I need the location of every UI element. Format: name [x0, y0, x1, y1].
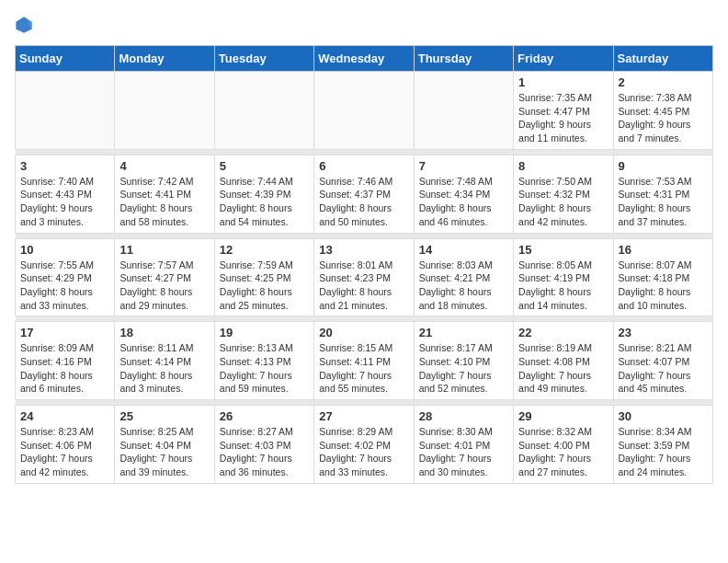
- day-info: Sunrise: 7:44 AM Sunset: 4:39 PM Dayligh…: [220, 175, 309, 229]
- day-cell: 24Sunrise: 8:23 AM Sunset: 4:06 PM Dayli…: [16, 406, 115, 484]
- day-info: Sunrise: 8:29 AM Sunset: 4:02 PM Dayligh…: [319, 425, 408, 479]
- logo: [15, 15, 37, 34]
- day-cell: 12Sunrise: 7:59 AM Sunset: 4:25 PM Dayli…: [214, 238, 313, 316]
- day-number: 2: [619, 75, 708, 89]
- day-info: Sunrise: 8:32 AM Sunset: 4:00 PM Dayligh…: [518, 425, 608, 479]
- day-number: 3: [20, 159, 109, 173]
- day-cell: 2Sunrise: 7:38 AM Sunset: 4:45 PM Daylig…: [613, 72, 712, 150]
- day-info: Sunrise: 7:50 AM Sunset: 4:32 PM Dayligh…: [518, 175, 608, 229]
- day-cell: 23Sunrise: 8:21 AM Sunset: 4:07 PM Dayli…: [613, 322, 712, 400]
- day-info: Sunrise: 8:25 AM Sunset: 4:04 PM Dayligh…: [119, 425, 209, 479]
- day-number: 19: [220, 326, 309, 339]
- day-number: 18: [119, 326, 209, 339]
- day-cell: 19Sunrise: 8:13 AM Sunset: 4:13 PM Dayli…: [214, 322, 313, 400]
- week-row-1: 1Sunrise: 7:35 AM Sunset: 4:47 PM Daylig…: [16, 72, 713, 150]
- header-day-friday: Friday: [514, 46, 613, 72]
- day-cell: [115, 72, 214, 150]
- day-number: 12: [220, 243, 309, 257]
- day-number: 13: [319, 243, 408, 257]
- day-info: Sunrise: 7:53 AM Sunset: 4:31 PM Dayligh…: [619, 175, 708, 229]
- day-info: Sunrise: 8:03 AM Sunset: 4:21 PM Dayligh…: [419, 259, 508, 313]
- day-number: 6: [319, 159, 408, 173]
- header-day-tuesday: Tuesday: [214, 46, 313, 72]
- day-cell: 1Sunrise: 7:35 AM Sunset: 4:47 PM Daylig…: [514, 72, 613, 150]
- day-info: Sunrise: 7:59 AM Sunset: 4:25 PM Dayligh…: [220, 259, 309, 313]
- day-cell: 22Sunrise: 8:19 AM Sunset: 4:08 PM Dayli…: [514, 322, 613, 400]
- day-number: 30: [619, 409, 708, 423]
- header-day-wednesday: Wednesday: [314, 46, 414, 72]
- day-info: Sunrise: 7:42 AM Sunset: 4:41 PM Dayligh…: [119, 175, 209, 229]
- day-cell: 13Sunrise: 8:01 AM Sunset: 4:23 PM Dayli…: [314, 238, 414, 316]
- logo-icon: [15, 16, 33, 34]
- day-info: Sunrise: 8:30 AM Sunset: 4:01 PM Dayligh…: [419, 425, 508, 479]
- calendar-header-row: SundayMondayTuesdayWednesdayThursdayFrid…: [16, 46, 713, 72]
- day-info: Sunrise: 7:40 AM Sunset: 4:43 PM Dayligh…: [20, 175, 109, 229]
- day-info: Sunrise: 7:48 AM Sunset: 4:34 PM Dayligh…: [419, 175, 508, 229]
- day-cell: 8Sunrise: 7:50 AM Sunset: 4:32 PM Daylig…: [514, 155, 613, 233]
- day-cell: 18Sunrise: 8:11 AM Sunset: 4:14 PM Dayli…: [115, 322, 214, 400]
- week-row-2: 3Sunrise: 7:40 AM Sunset: 4:43 PM Daylig…: [16, 155, 713, 233]
- day-info: Sunrise: 8:11 AM Sunset: 4:14 PM Dayligh…: [119, 341, 209, 396]
- day-info: Sunrise: 8:23 AM Sunset: 4:06 PM Dayligh…: [20, 425, 109, 479]
- day-cell: [414, 72, 513, 150]
- day-info: Sunrise: 8:34 AM Sunset: 3:59 PM Dayligh…: [619, 425, 708, 479]
- header: [15, 15, 713, 34]
- day-cell: 11Sunrise: 7:57 AM Sunset: 4:27 PM Dayli…: [115, 238, 214, 316]
- day-info: Sunrise: 7:46 AM Sunset: 4:37 PM Dayligh…: [319, 175, 408, 229]
- day-info: Sunrise: 8:21 AM Sunset: 4:07 PM Dayligh…: [619, 341, 708, 396]
- day-cell: 15Sunrise: 8:05 AM Sunset: 4:19 PM Dayli…: [514, 238, 613, 316]
- day-number: 4: [119, 159, 209, 173]
- day-number: 10: [20, 243, 109, 257]
- day-info: Sunrise: 8:15 AM Sunset: 4:11 PM Dayligh…: [319, 341, 408, 396]
- day-number: 15: [518, 243, 608, 257]
- day-number: 29: [518, 409, 608, 423]
- day-cell: 6Sunrise: 7:46 AM Sunset: 4:37 PM Daylig…: [314, 155, 414, 233]
- day-cell: 17Sunrise: 8:09 AM Sunset: 4:16 PM Dayli…: [16, 322, 115, 400]
- day-info: Sunrise: 7:35 AM Sunset: 4:47 PM Dayligh…: [518, 91, 608, 145]
- day-info: Sunrise: 7:38 AM Sunset: 4:45 PM Dayligh…: [619, 91, 708, 145]
- day-cell: 14Sunrise: 8:03 AM Sunset: 4:21 PM Dayli…: [414, 238, 513, 316]
- header-day-thursday: Thursday: [414, 46, 513, 72]
- day-cell: 25Sunrise: 8:25 AM Sunset: 4:04 PM Dayli…: [115, 406, 214, 484]
- day-number: 23: [619, 326, 708, 339]
- day-cell: 29Sunrise: 8:32 AM Sunset: 4:00 PM Dayli…: [514, 406, 613, 484]
- day-info: Sunrise: 8:01 AM Sunset: 4:23 PM Dayligh…: [319, 259, 408, 313]
- day-cell: [314, 72, 414, 150]
- day-cell: [214, 72, 313, 150]
- day-number: 27: [319, 409, 408, 423]
- day-cell: 28Sunrise: 8:30 AM Sunset: 4:01 PM Dayli…: [414, 406, 513, 484]
- day-info: Sunrise: 8:13 AM Sunset: 4:13 PM Dayligh…: [220, 341, 309, 396]
- day-number: 5: [220, 159, 309, 173]
- day-number: 21: [419, 326, 508, 339]
- day-number: 1: [518, 75, 608, 89]
- day-number: 28: [419, 409, 508, 423]
- day-number: 22: [518, 326, 608, 339]
- day-cell: 9Sunrise: 7:53 AM Sunset: 4:31 PM Daylig…: [613, 155, 712, 233]
- day-cell: 20Sunrise: 8:15 AM Sunset: 4:11 PM Dayli…: [314, 322, 414, 400]
- day-info: Sunrise: 8:19 AM Sunset: 4:08 PM Dayligh…: [518, 341, 608, 396]
- day-number: 26: [220, 409, 309, 423]
- day-info: Sunrise: 7:57 AM Sunset: 4:27 PM Dayligh…: [119, 259, 209, 313]
- day-number: 8: [518, 159, 608, 173]
- week-row-5: 24Sunrise: 8:23 AM Sunset: 4:06 PM Dayli…: [16, 406, 713, 484]
- day-info: Sunrise: 8:05 AM Sunset: 4:19 PM Dayligh…: [518, 259, 608, 313]
- day-number: 14: [419, 243, 508, 257]
- day-number: 17: [20, 326, 109, 339]
- week-row-4: 17Sunrise: 8:09 AM Sunset: 4:16 PM Dayli…: [16, 322, 713, 400]
- day-cell: 16Sunrise: 8:07 AM Sunset: 4:18 PM Dayli…: [613, 238, 712, 316]
- header-day-sunday: Sunday: [16, 46, 115, 72]
- day-cell: [16, 72, 115, 150]
- day-info: Sunrise: 7:55 AM Sunset: 4:29 PM Dayligh…: [20, 259, 109, 313]
- day-cell: 5Sunrise: 7:44 AM Sunset: 4:39 PM Daylig…: [214, 155, 313, 233]
- day-cell: 3Sunrise: 7:40 AM Sunset: 4:43 PM Daylig…: [16, 155, 115, 233]
- day-info: Sunrise: 8:07 AM Sunset: 4:18 PM Dayligh…: [619, 259, 708, 313]
- header-day-saturday: Saturday: [613, 46, 712, 72]
- day-cell: 4Sunrise: 7:42 AM Sunset: 4:41 PM Daylig…: [115, 155, 214, 233]
- day-cell: 10Sunrise: 7:55 AM Sunset: 4:29 PM Dayli…: [16, 238, 115, 316]
- day-number: 7: [419, 159, 508, 173]
- week-row-3: 10Sunrise: 7:55 AM Sunset: 4:29 PM Dayli…: [16, 238, 713, 316]
- day-cell: 30Sunrise: 8:34 AM Sunset: 3:59 PM Dayli…: [613, 406, 712, 484]
- day-number: 20: [319, 326, 408, 339]
- day-number: 24: [20, 409, 109, 423]
- day-number: 9: [619, 159, 708, 173]
